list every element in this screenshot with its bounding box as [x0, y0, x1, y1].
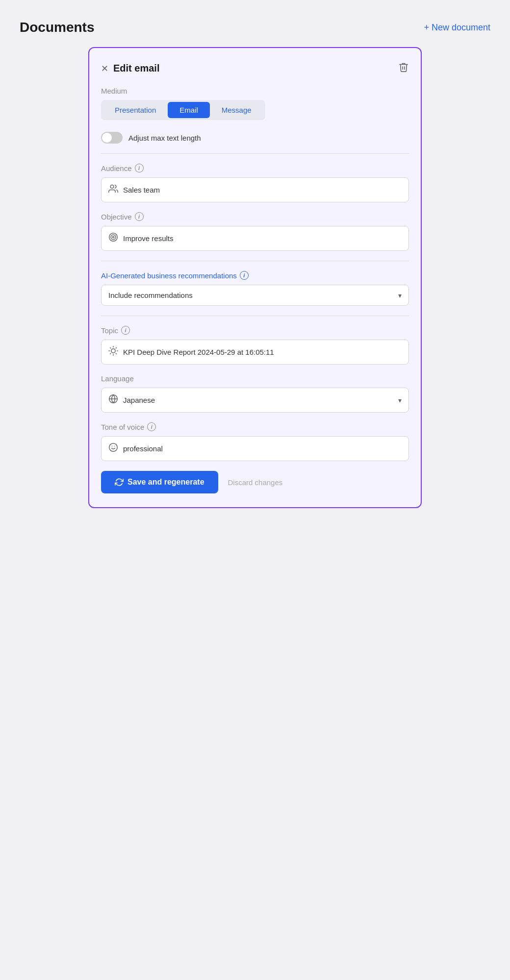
close-button[interactable]: ✕ — [101, 63, 108, 74]
svg-point-1 — [109, 233, 118, 242]
language-value: Japanese — [123, 396, 155, 404]
tone-of-voice-label: Tone of voice i — [101, 422, 409, 431]
footer-row: Save and regenerate Discard changes — [101, 471, 409, 493]
divider-1 — [101, 261, 409, 261]
toggle-knob — [102, 133, 112, 143]
ai-recommendations-select[interactable]: Include recommendations ▾ — [101, 285, 409, 306]
objective-value: Improve results — [123, 234, 174, 243]
svg-line-8 — [116, 353, 116, 354]
svg-point-3 — [112, 236, 114, 238]
language-select-left: Japanese — [108, 394, 155, 406]
edit-panel: ✕ Edit email Medium Presentation Email M… — [88, 47, 422, 508]
topic-info-icon[interactable]: i — [121, 326, 130, 335]
svg-point-15 — [109, 443, 118, 452]
language-section: Language Japanese ▾ — [101, 374, 409, 413]
language-label: Language — [101, 374, 409, 383]
topic-value: KPI Deep Dive Report 2024-05-29 at 16:05… — [123, 348, 274, 356]
svg-line-12 — [116, 348, 116, 348]
message-button[interactable]: Message — [210, 102, 263, 118]
trash-icon — [398, 62, 409, 73]
save-regenerate-button[interactable]: Save and regenerate — [101, 471, 218, 493]
topic-section: Topic i KPI Deep Dive Report 2024-05-29 … — [101, 326, 409, 365]
ai-recommendations-info-icon[interactable]: i — [240, 271, 249, 280]
svg-point-0 — [110, 185, 114, 189]
medium-section: Medium Presentation Email Message — [101, 87, 409, 120]
audience-field[interactable]: Sales team — [101, 177, 409, 202]
toggle-section: Adjust max text length — [101, 132, 409, 154]
objective-info-icon[interactable]: i — [135, 212, 144, 221]
svg-point-2 — [111, 235, 116, 240]
audience-icon — [108, 184, 118, 196]
tone-smile-icon — [108, 442, 118, 455]
panel-title: Edit email — [113, 63, 159, 74]
audience-value: Sales team — [123, 186, 160, 194]
divider-2 — [101, 316, 409, 316]
tone-of-voice-value: professional — [123, 444, 163, 453]
audience-label: Audience i — [101, 164, 409, 172]
new-document-button[interactable]: + New document — [424, 23, 490, 33]
language-select[interactable]: Japanese ▾ — [101, 388, 409, 413]
adjust-text-length-toggle[interactable] — [101, 132, 123, 144]
objective-icon — [108, 232, 118, 245]
objective-label: Objective i — [101, 212, 409, 221]
audience-section: Audience i Sales team — [101, 164, 409, 202]
objective-field[interactable]: Improve results — [101, 226, 409, 251]
ai-recommendations-section: AI-Generated business recommendations i … — [101, 271, 409, 306]
language-globe-icon — [108, 394, 118, 406]
delete-button[interactable] — [398, 62, 409, 75]
toggle-label: Adjust max text length — [128, 134, 201, 142]
svg-line-7 — [110, 348, 111, 348]
topic-label: Topic i — [101, 326, 409, 335]
panel-title-row: ✕ Edit email — [101, 63, 159, 74]
topic-field[interactable]: KPI Deep Dive Report 2024-05-29 at 16:05… — [101, 340, 409, 365]
audience-info-icon[interactable]: i — [135, 164, 144, 172]
presentation-button[interactable]: Presentation — [103, 102, 168, 118]
tone-of-voice-field[interactable]: professional — [101, 436, 409, 461]
regenerate-icon — [115, 478, 124, 487]
ai-recommendations-value: Include recommendations — [108, 291, 193, 299]
ai-recommendations-chevron-icon: ▾ — [398, 292, 402, 299]
language-chevron-icon: ▾ — [398, 396, 402, 404]
tone-of-voice-info-icon[interactable]: i — [147, 422, 156, 431]
page-title: Documents — [20, 20, 94, 35]
email-button[interactable]: Email — [168, 102, 210, 118]
ai-recommendations-select-left: Include recommendations — [108, 291, 193, 299]
medium-label: Medium — [101, 87, 409, 95]
objective-section: Objective i Improve results — [101, 212, 409, 251]
topic-icon — [108, 346, 118, 358]
discard-changes-button[interactable]: Discard changes — [228, 478, 283, 487]
svg-line-11 — [110, 353, 111, 354]
ai-recommendations-label: AI-Generated business recommendations i — [101, 271, 409, 280]
svg-point-4 — [111, 349, 115, 353]
panel-header: ✕ Edit email — [101, 62, 409, 75]
tone-of-voice-section: Tone of voice i professional — [101, 422, 409, 461]
medium-button-group: Presentation Email Message — [101, 100, 265, 120]
